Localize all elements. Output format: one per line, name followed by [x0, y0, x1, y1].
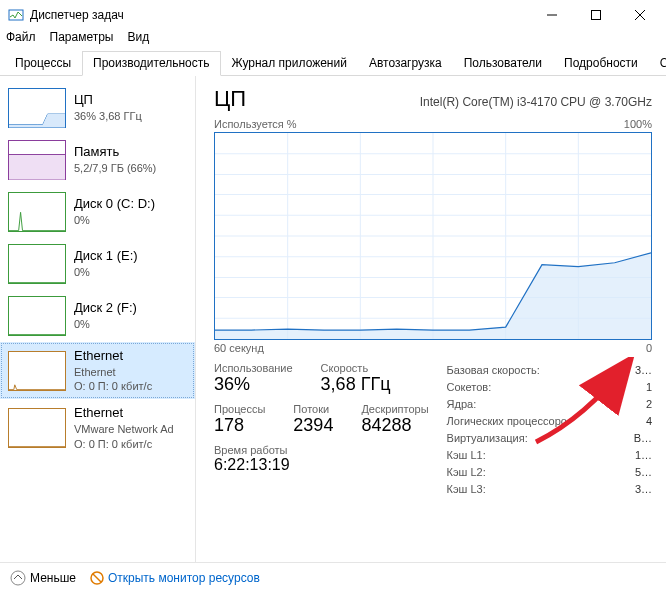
threads-value: 2394 [293, 415, 333, 436]
sidebar-item-disk1[interactable]: Диск 1 (E:)0% [0, 238, 195, 290]
chart-xright: 0 [646, 342, 652, 354]
tab-users[interactable]: Пользователи [453, 51, 553, 76]
uptime-label: Время работы [214, 444, 429, 456]
svg-rect-2 [592, 11, 601, 20]
uptime-value: 6:22:13:19 [214, 456, 429, 474]
sidebar: ЦП36% 3,68 ГГц Память5,2/7,9 ГБ (66%) Ди… [0, 76, 196, 562]
tab-apphistory[interactable]: Журнал приложений [221, 51, 358, 76]
menu-view[interactable]: Вид [127, 30, 149, 46]
monitor-icon [90, 571, 104, 585]
minimize-button[interactable] [530, 0, 574, 30]
handles-value: 84288 [361, 415, 428, 436]
chart-ymax: 100% [624, 118, 652, 130]
tab-processes[interactable]: Процессы [4, 51, 82, 76]
page-title: ЦП [214, 86, 246, 112]
handles-label: Дескрипторы [361, 403, 428, 415]
threads-label: Потоки [293, 403, 333, 415]
sidebar-item-label: Ethernet [74, 405, 174, 422]
svg-line-29 [93, 574, 101, 582]
svg-marker-5 [9, 114, 65, 128]
cpu-chart [214, 132, 652, 340]
statusbar: Меньше Открыть монитор ресурсов [0, 562, 666, 592]
tab-startup[interactable]: Автозагрузка [358, 51, 453, 76]
sidebar-item-disk0[interactable]: Диск 0 (C: D:)0% [0, 186, 195, 238]
sidebar-item-disk2[interactable]: Диск 2 (F:)0% [0, 290, 195, 342]
window-title: Диспетчер задач [30, 8, 530, 22]
titlebar: Диспетчер задач [0, 0, 666, 30]
open-resource-monitor-link[interactable]: Открыть монитор ресурсов [90, 571, 260, 585]
sidebar-item-label: Диск 2 (F:) [74, 300, 137, 317]
menu-options[interactable]: Параметры [50, 30, 114, 46]
speed-value: 3,68 ГГц [321, 374, 391, 395]
sidebar-item-label: ЦП [74, 92, 142, 109]
menubar: Файл Параметры Вид [0, 30, 666, 50]
maximize-button[interactable] [574, 0, 618, 30]
chevron-up-icon [10, 570, 26, 586]
processes-label: Процессы [214, 403, 265, 415]
sidebar-item-memory[interactable]: Память5,2/7,9 ГБ (66%) [0, 134, 195, 186]
sidebar-item-cpu[interactable]: ЦП36% 3,68 ГГц [0, 82, 195, 134]
speed-label: Скорость [321, 362, 391, 374]
sidebar-item-ethernet0[interactable]: EthernetEthernetО: 0 П: 0 кбит/с [0, 342, 195, 399]
usage-value: 36% [214, 374, 293, 395]
processes-value: 178 [214, 415, 265, 436]
app-icon [8, 7, 24, 23]
chart-xleft: 60 секунд [214, 342, 264, 354]
sidebar-item-ethernet1[interactable]: EthernetVMware Network AdО: 0 П: 0 кбит/… [0, 399, 195, 456]
sidebar-item-label: Память [74, 144, 156, 161]
cpu-info-table: Базовая скорость:3… Сокетов:1 Ядра:2 Лог… [447, 362, 652, 498]
tab-performance[interactable]: Производительность [82, 51, 220, 76]
main-panel: ЦП Intel(R) Core(TM) i3-4170 CPU @ 3.70G… [196, 76, 666, 562]
usage-label: Использование [214, 362, 293, 374]
svg-point-27 [11, 571, 25, 585]
fewer-details-button[interactable]: Меньше [10, 570, 76, 586]
tab-services[interactable]: Службы [649, 51, 666, 76]
cpu-model: Intel(R) Core(TM) i3-4170 CPU @ 3.70GHz [420, 95, 652, 109]
tab-details[interactable]: Подробности [553, 51, 649, 76]
sidebar-item-label: Диск 0 (C: D:) [74, 196, 155, 213]
menu-file[interactable]: Файл [6, 30, 36, 46]
sidebar-item-label: Ethernet [74, 348, 152, 365]
chart-ylabel: Используется % [214, 118, 297, 130]
svg-rect-6 [9, 155, 65, 180]
tabbar: Процессы Производительность Журнал прило… [0, 50, 666, 76]
close-button[interactable] [618, 0, 662, 30]
sidebar-item-label: Диск 1 (E:) [74, 248, 138, 265]
